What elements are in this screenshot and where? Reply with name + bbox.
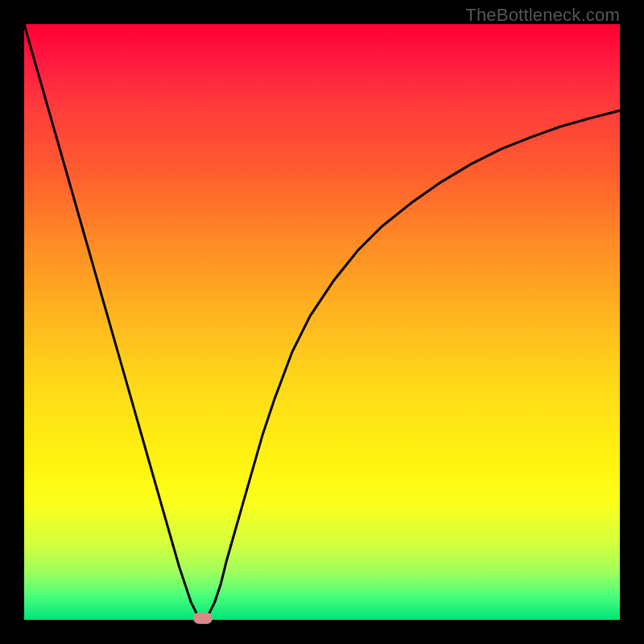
optimal-marker bbox=[193, 613, 213, 624]
bottleneck-curve bbox=[24, 24, 620, 620]
plot-area bbox=[24, 24, 620, 620]
watermark-text: TheBottleneck.com bbox=[465, 5, 620, 26]
chart-frame: TheBottleneck.com bbox=[0, 0, 644, 644]
